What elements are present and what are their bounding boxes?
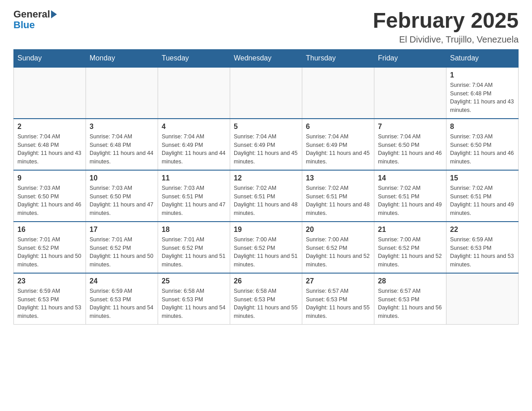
- day-info: Sunrise: 7:04 AM Sunset: 6:49 PM Dayligh…: [234, 133, 298, 166]
- day-info: Sunrise: 7:01 AM Sunset: 6:52 PM Dayligh…: [17, 235, 82, 269]
- day-info: Sunrise: 7:03 AM Sunset: 6:50 PM Dayligh…: [450, 133, 515, 166]
- day-number: 21: [378, 226, 442, 234]
- page-header: General Blue February 2025 El Dividive, …: [13, 9, 519, 45]
- day-info: Sunrise: 7:03 AM Sunset: 6:51 PM Dayligh…: [162, 184, 226, 218]
- calendar-day-cell: 16Sunrise: 7:01 AM Sunset: 6:52 PM Dayli…: [14, 222, 86, 273]
- day-info: Sunrise: 6:59 AM Sunset: 6:53 PM Dayligh…: [450, 235, 515, 269]
- day-info: Sunrise: 6:58 AM Sunset: 6:53 PM Dayligh…: [234, 287, 298, 321]
- day-number: 24: [90, 277, 154, 285]
- calendar-day-cell: 2Sunrise: 7:04 AM Sunset: 6:48 PM Daylig…: [14, 119, 86, 170]
- day-info: Sunrise: 6:59 AM Sunset: 6:53 PM Dayligh…: [17, 287, 82, 321]
- day-number: 11: [162, 174, 226, 182]
- calendar-title: February 2025: [373, 9, 519, 33]
- day-number: 7: [378, 123, 442, 131]
- calendar-day-cell: 12Sunrise: 7:02 AM Sunset: 6:51 PM Dayli…: [230, 170, 302, 222]
- day-info: Sunrise: 7:01 AM Sunset: 6:52 PM Dayligh…: [90, 235, 154, 269]
- calendar-day-cell: 5Sunrise: 7:04 AM Sunset: 6:49 PM Daylig…: [230, 119, 302, 170]
- calendar-week-row: 16Sunrise: 7:01 AM Sunset: 6:52 PM Dayli…: [14, 222, 519, 273]
- day-number: 23: [17, 277, 82, 285]
- calendar-day-cell: 8Sunrise: 7:03 AM Sunset: 6:50 PM Daylig…: [446, 119, 519, 170]
- calendar-day-cell: 27Sunrise: 6:57 AM Sunset: 6:53 PM Dayli…: [302, 273, 374, 325]
- calendar-day-cell: [374, 67, 446, 119]
- calendar-week-row: 9Sunrise: 7:03 AM Sunset: 6:50 PM Daylig…: [14, 170, 519, 222]
- day-number: 3: [90, 123, 154, 131]
- day-info: Sunrise: 7:04 AM Sunset: 6:48 PM Dayligh…: [90, 133, 154, 166]
- day-number: 17: [90, 226, 154, 234]
- day-of-week-header: Wednesday: [230, 49, 302, 67]
- day-info: Sunrise: 7:04 AM Sunset: 6:48 PM Dayligh…: [17, 133, 82, 166]
- day-info: Sunrise: 7:00 AM Sunset: 6:52 PM Dayligh…: [378, 235, 442, 269]
- day-number: 15: [450, 174, 515, 182]
- day-of-week-header: Monday: [86, 49, 158, 67]
- day-number: 26: [234, 277, 298, 285]
- calendar-day-cell: 6Sunrise: 7:04 AM Sunset: 6:49 PM Daylig…: [302, 119, 374, 170]
- day-number: 22: [450, 226, 515, 234]
- day-info: Sunrise: 7:02 AM Sunset: 6:51 PM Dayligh…: [378, 184, 442, 218]
- calendar-day-cell: 26Sunrise: 6:58 AM Sunset: 6:53 PM Dayli…: [230, 273, 302, 325]
- calendar-day-cell: [158, 67, 230, 119]
- calendar-day-cell: 20Sunrise: 7:00 AM Sunset: 6:52 PM Dayli…: [302, 222, 374, 273]
- calendar-day-cell: 11Sunrise: 7:03 AM Sunset: 6:51 PM Dayli…: [158, 170, 230, 222]
- day-number: 6: [306, 123, 370, 131]
- calendar-day-cell: 13Sunrise: 7:02 AM Sunset: 6:51 PM Dayli…: [302, 170, 374, 222]
- day-number: 16: [17, 226, 82, 234]
- day-number: 25: [162, 277, 226, 285]
- day-of-week-header: Sunday: [14, 49, 86, 67]
- day-number: 12: [234, 174, 298, 182]
- calendar-day-cell: 19Sunrise: 7:00 AM Sunset: 6:52 PM Dayli…: [230, 222, 302, 273]
- day-of-week-header: Thursday: [302, 49, 374, 67]
- calendar-day-cell: [230, 67, 302, 119]
- calendar-day-cell: [302, 67, 374, 119]
- day-number: 10: [90, 174, 154, 182]
- calendar-day-cell: 23Sunrise: 6:59 AM Sunset: 6:53 PM Dayli…: [14, 273, 86, 325]
- calendar-day-cell: 24Sunrise: 6:59 AM Sunset: 6:53 PM Dayli…: [86, 273, 158, 325]
- day-of-week-header: Saturday: [446, 49, 519, 67]
- day-info: Sunrise: 7:04 AM Sunset: 6:50 PM Dayligh…: [378, 133, 442, 166]
- calendar-day-cell: [86, 67, 158, 119]
- calendar-day-cell: 7Sunrise: 7:04 AM Sunset: 6:50 PM Daylig…: [374, 119, 446, 170]
- day-info: Sunrise: 7:03 AM Sunset: 6:50 PM Dayligh…: [17, 184, 82, 218]
- calendar-day-cell: 9Sunrise: 7:03 AM Sunset: 6:50 PM Daylig…: [14, 170, 86, 222]
- day-number: 13: [306, 174, 370, 182]
- day-info: Sunrise: 7:04 AM Sunset: 6:48 PM Dayligh…: [450, 81, 515, 115]
- calendar-day-cell: 4Sunrise: 7:04 AM Sunset: 6:49 PM Daylig…: [158, 119, 230, 170]
- day-info: Sunrise: 7:02 AM Sunset: 6:51 PM Dayligh…: [450, 184, 515, 218]
- calendar-day-cell: 21Sunrise: 7:00 AM Sunset: 6:52 PM Dayli…: [374, 222, 446, 273]
- day-number: 19: [234, 226, 298, 234]
- calendar-week-row: 1Sunrise: 7:04 AM Sunset: 6:48 PM Daylig…: [14, 67, 519, 119]
- day-info: Sunrise: 6:57 AM Sunset: 6:53 PM Dayligh…: [378, 287, 442, 321]
- calendar-header-row: SundayMondayTuesdayWednesdayThursdayFrid…: [14, 49, 519, 67]
- calendar-day-cell: 28Sunrise: 6:57 AM Sunset: 6:53 PM Dayli…: [374, 273, 446, 325]
- day-number: 8: [450, 123, 515, 131]
- day-info: Sunrise: 7:04 AM Sunset: 6:49 PM Dayligh…: [306, 133, 370, 166]
- day-number: 4: [162, 123, 226, 131]
- day-of-week-header: Tuesday: [158, 49, 230, 67]
- day-number: 27: [306, 277, 370, 285]
- day-info: Sunrise: 6:57 AM Sunset: 6:53 PM Dayligh…: [306, 287, 370, 321]
- calendar-week-row: 2Sunrise: 7:04 AM Sunset: 6:48 PM Daylig…: [14, 119, 519, 170]
- day-info: Sunrise: 7:00 AM Sunset: 6:52 PM Dayligh…: [234, 235, 298, 269]
- calendar-table: SundayMondayTuesdayWednesdayThursdayFrid…: [13, 49, 519, 325]
- day-info: Sunrise: 7:04 AM Sunset: 6:49 PM Dayligh…: [162, 133, 226, 166]
- calendar-day-cell: 14Sunrise: 7:02 AM Sunset: 6:51 PM Dayli…: [374, 170, 446, 222]
- day-info: Sunrise: 7:00 AM Sunset: 6:52 PM Dayligh…: [306, 235, 370, 269]
- day-number: 18: [162, 226, 226, 234]
- calendar-day-cell: 22Sunrise: 6:59 AM Sunset: 6:53 PM Dayli…: [446, 222, 519, 273]
- day-number: 28: [378, 277, 442, 285]
- calendar-week-row: 23Sunrise: 6:59 AM Sunset: 6:53 PM Dayli…: [14, 273, 519, 325]
- calendar-day-cell: 10Sunrise: 7:03 AM Sunset: 6:50 PM Dayli…: [86, 170, 158, 222]
- day-info: Sunrise: 7:02 AM Sunset: 6:51 PM Dayligh…: [306, 184, 370, 218]
- day-number: 20: [306, 226, 370, 234]
- day-of-week-header: Friday: [374, 49, 446, 67]
- day-number: 1: [450, 71, 515, 79]
- logo: General Blue: [13, 9, 57, 30]
- calendar-day-cell: 18Sunrise: 7:01 AM Sunset: 6:52 PM Dayli…: [158, 222, 230, 273]
- day-info: Sunrise: 7:03 AM Sunset: 6:50 PM Dayligh…: [90, 184, 154, 218]
- calendar-subtitle: El Dividive, Trujillo, Venezuela: [373, 34, 519, 45]
- day-info: Sunrise: 7:02 AM Sunset: 6:51 PM Dayligh…: [234, 184, 298, 218]
- logo-general: General: [13, 9, 50, 20]
- day-number: 9: [17, 174, 82, 182]
- day-info: Sunrise: 6:58 AM Sunset: 6:53 PM Dayligh…: [162, 287, 226, 321]
- calendar-day-cell: 17Sunrise: 7:01 AM Sunset: 6:52 PM Dayli…: [86, 222, 158, 273]
- day-number: 14: [378, 174, 442, 182]
